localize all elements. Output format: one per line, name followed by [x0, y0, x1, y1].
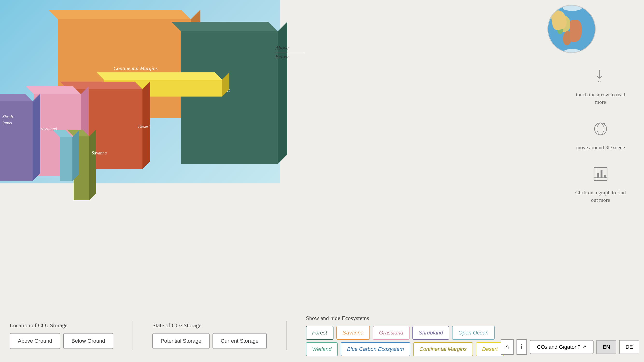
separator-2: [286, 321, 286, 350]
right-panel: touch the arrow to read more move around…: [557, 0, 644, 362]
state-buttons: Potential Storage Current Storage: [152, 333, 266, 349]
savanna-right[interactable]: [89, 130, 96, 200]
shrublands-top[interactable]: [0, 94, 32, 101]
ecosystem-grassland-button[interactable]: Grassland: [373, 326, 410, 340]
svg-rect-12: [604, 175, 606, 178]
ecosystem-savanna-button[interactable]: Savanna: [336, 326, 370, 340]
location-group: Location of CO₂ Storage Above Ground Bel…: [10, 322, 113, 349]
ecosystem-desert-button[interactable]: Desert: [476, 342, 504, 356]
click-graph-hint: Click on a graph to find out more: [574, 166, 627, 204]
below-ground-button[interactable]: Below Ground: [63, 333, 113, 349]
touch-arrow-hint: touch the arrow to read more: [574, 67, 627, 106]
forest-top[interactable]: [172, 22, 278, 31]
continental-margins-label: Continental Margins: [114, 65, 158, 71]
grassland-top[interactable]: [26, 86, 81, 94]
move-around-hint: move around 3D scene: [576, 120, 625, 151]
blue-small-right[interactable]: [72, 130, 79, 181]
yellow-bar-top[interactable]: [96, 72, 222, 80]
separator-1: [132, 321, 133, 350]
shrublands-label: Shrub-: [2, 114, 14, 119]
ecosystem-forest-button[interactable]: Forest: [306, 326, 334, 340]
current-storage-button[interactable]: Current Storage: [212, 333, 267, 349]
above-ground-button[interactable]: Above Ground: [10, 333, 60, 349]
shrublands-front[interactable]: [0, 101, 32, 181]
touch-arrow-icon: [592, 67, 609, 88]
lang-de-button[interactable]: DE: [619, 340, 639, 354]
ecosystem-row-1: Forest Savanna Grassland Shrubland Open …: [306, 326, 504, 340]
above-label: Above: [275, 45, 304, 51]
lang-en-button[interactable]: EN: [596, 340, 616, 354]
location-label: Location of CO₂ Storage: [10, 322, 113, 329]
continental-margins-top[interactable]: [48, 10, 191, 19]
co2-label: CO₂ and Gigaton?: [537, 344, 580, 350]
co2-gigaton-button[interactable]: CO₂ and Gigaton? ↗: [530, 340, 594, 354]
ecosystem-continental-margins-button[interactable]: Continental Margins: [413, 342, 473, 356]
svg-rect-11: [600, 170, 602, 178]
state-label: State of CO₂ Storage: [152, 322, 266, 329]
forest-front[interactable]: [181, 31, 278, 164]
ecosystem-blue-carbon-button[interactable]: Blue Carbon Ecosystem: [341, 342, 410, 356]
ecosystem-wetland-button[interactable]: Wetland: [306, 342, 338, 356]
annotation-line: [275, 52, 304, 52]
svg-rect-10: [598, 173, 599, 178]
click-graph-text: Click on a graph to find out more: [574, 189, 627, 204]
state-group: State of CO₂ Storage Potential Storage C…: [152, 322, 266, 349]
move-around-icon: [592, 120, 609, 141]
touch-arrow-text: touch the arrow to read more: [574, 91, 627, 106]
home-button[interactable]: ⌂: [501, 339, 514, 355]
blue-small-front[interactable]: [60, 137, 72, 181]
click-graph-icon: [592, 166, 609, 186]
desert-label: Desert: [138, 124, 150, 129]
svg-point-6: [594, 123, 606, 135]
external-link-icon: ↗: [582, 344, 586, 350]
ecosystem-group: Show and hide Ecosystems Forest Savanna …: [306, 315, 504, 356]
shrublands-right[interactable]: [32, 94, 40, 181]
location-buttons: Above Ground Below Ground: [10, 333, 113, 349]
info-button[interactable]: i: [516, 339, 527, 355]
shrublands-label2: lands: [2, 120, 12, 125]
forest-right[interactable]: [278, 22, 287, 164]
ecosystem-label: Show and hide Ecosystems: [306, 315, 504, 322]
below-label: Below: [275, 53, 304, 60]
above-below-annotation: Above Below: [275, 45, 304, 60]
bottom-right-controls: ⌂ i CO₂ and Gigaton? ↗ EN DE: [501, 339, 639, 355]
potential-storage-button[interactable]: Potential Storage: [152, 333, 210, 349]
savanna-label: Savanna: [92, 151, 107, 155]
ecosystem-row-2: Wetland Blue Carbon Ecosystem Continenta…: [306, 342, 504, 356]
ecosystem-open-ocean-button[interactable]: Open Ocean: [452, 326, 495, 340]
ecosystem-shrubland-button[interactable]: Shrubland: [412, 326, 449, 340]
3d-visualization[interactable]: Continental Margins Forest Desert Grass-…: [0, 0, 290, 222]
move-around-text: move around 3D scene: [576, 144, 625, 151]
